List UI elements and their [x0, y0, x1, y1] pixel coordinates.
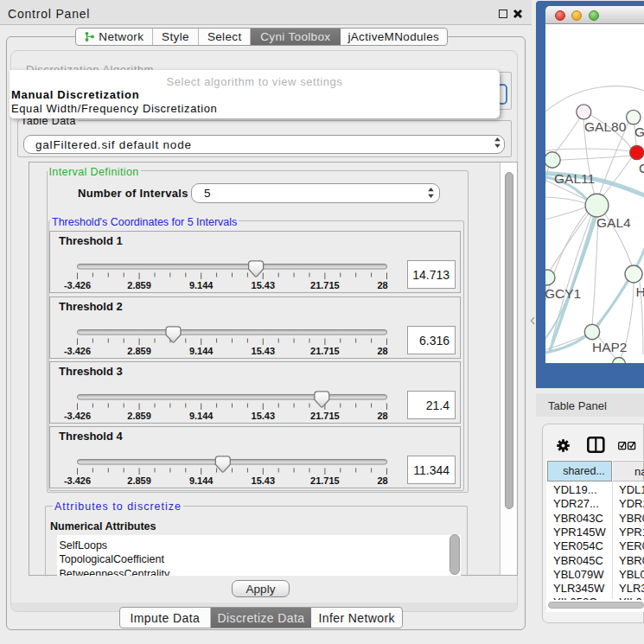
- svg-text:28: 28: [377, 346, 387, 356]
- svg-text:GCY1: GCY1: [545, 286, 581, 301]
- svg-text:15.43: 15.43: [252, 346, 276, 356]
- svg-text:28: 28: [377, 475, 387, 486]
- svg-text:2.859: 2.859: [127, 280, 151, 290]
- svg-text:15.43: 15.43: [252, 411, 276, 421]
- svg-text:2.859: 2.859: [127, 346, 151, 356]
- svg-text:9.144: 9.144: [189, 475, 214, 486]
- svg-text:28: 28: [377, 280, 387, 290]
- svg-text:28: 28: [377, 411, 387, 421]
- svg-text:GAL4: GAL4: [596, 215, 631, 230]
- svg-text:9.144: 9.144: [189, 346, 214, 356]
- svg-text:-3.426: -3.426: [64, 346, 91, 356]
- svg-text:9.144: 9.144: [189, 411, 214, 421]
- svg-text:GAL80: GAL80: [584, 119, 627, 134]
- svg-text:-3.426: -3.426: [64, 411, 91, 421]
- svg-text:21.715: 21.715: [310, 411, 340, 421]
- svg-text:9.144: 9.144: [189, 280, 214, 290]
- svg-text:21.715: 21.715: [310, 475, 340, 486]
- svg-text:C: C: [639, 161, 644, 175]
- svg-text:GA: GA: [634, 124, 644, 139]
- svg-text:15.43: 15.43: [252, 475, 276, 486]
- svg-text:H: H: [636, 284, 644, 299]
- svg-text:15.43: 15.43: [252, 280, 276, 290]
- svg-text:21.715: 21.715: [310, 346, 340, 356]
- svg-text:2.859: 2.859: [127, 475, 151, 486]
- svg-text:2.859: 2.859: [127, 411, 151, 421]
- svg-text:GAL11: GAL11: [554, 171, 595, 186]
- svg-text:-3.426: -3.426: [64, 475, 91, 486]
- svg-text:HAP2: HAP2: [592, 340, 628, 354]
- svg-text:21.715: 21.715: [310, 280, 340, 290]
- svg-text:-3.426: -3.426: [64, 280, 91, 290]
